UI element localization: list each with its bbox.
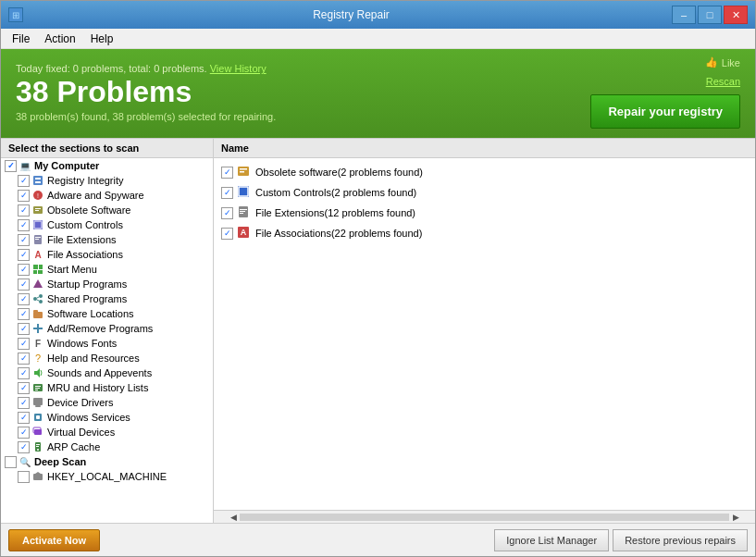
svg-rect-11 [35, 237, 41, 238]
svg-text:!: ! [37, 192, 39, 199]
checkbox-custom-controls[interactable] [18, 219, 30, 231]
svg-rect-1 [35, 178, 41, 179]
checkbox-obsolete-software[interactable] [18, 204, 30, 217]
sidebar-label-arp-cache: ARP Cache [47, 441, 100, 452]
svg-rect-2 [35, 181, 41, 183]
sidebar-scroll[interactable]: 💻 My Computer Registry Integrity ! [1, 158, 213, 523]
checkbox-content-file-ext[interactable] [221, 207, 233, 219]
checkbox-add-remove-programs[interactable] [18, 323, 30, 335]
deep-scan-icon: 🔍 [19, 455, 31, 468]
sidebar-item-file-associations[interactable]: A File Associations [1, 247, 213, 262]
sidebar-item-shared-programs[interactable]: Shared Programs [1, 291, 213, 306]
checkbox-deep-scan[interactable] [5, 456, 17, 468]
sidebar-label-my-computer: My Computer [34, 160, 99, 171]
sidebar-item-start-menu[interactable]: Start Menu [1, 262, 213, 277]
sidebar-item-software-locations[interactable]: Software Locations [1, 306, 213, 321]
sidebar-item-custom-controls[interactable]: Custom Controls [1, 217, 213, 232]
header-sub-text: 38 problem(s) found, 38 problem(s) selec… [16, 111, 276, 122]
checkbox-start-menu[interactable] [18, 264, 30, 276]
checkbox-content-obsolete[interactable] [221, 167, 233, 179]
sidebar-item-virtual-devices[interactable]: Virtual Devices [1, 425, 213, 439]
ignore-list-button[interactable]: Ignore List Manager [494, 529, 609, 551]
window-controls: – □ ✕ [672, 6, 748, 24]
sidebar-item-my-computer[interactable]: 💻 My Computer [1, 158, 213, 173]
close-button[interactable]: ✕ [724, 6, 748, 24]
sidebar-item-deep-scan[interactable]: 🔍 Deep Scan [1, 454, 213, 469]
sidebar-item-arp-cache[interactable]: ARP Cache [1, 439, 213, 454]
footer: Activate Now Ignore List Manager Restore… [1, 523, 755, 556]
scroll-right-arrow[interactable]: ▶ [729, 513, 742, 522]
checkbox-virtual-devices[interactable] [18, 427, 30, 439]
menu-help[interactable]: Help [83, 31, 121, 47]
content-area: Name Obsolete software(2 problems found) [214, 139, 755, 523]
svg-rect-6 [35, 208, 41, 209]
sidebar-item-device-drivers[interactable]: Device Drivers [1, 395, 213, 410]
restore-repairs-button[interactable]: Restore previous repairs [613, 529, 748, 551]
sidebar-item-obsolete-software[interactable]: Obsolete Software [1, 203, 213, 217]
checkbox-help-resources[interactable] [18, 353, 30, 365]
sidebar-item-add-remove-programs[interactable]: Add/Remove Programs [1, 321, 213, 336]
sidebar-item-windows-fonts[interactable]: F Windows Fonts [1, 336, 213, 351]
sidebar-item-file-extensions[interactable]: File Extensions [1, 232, 213, 247]
sidebar-item-registry-integrity[interactable]: Registry Integrity [1, 173, 213, 188]
header-today-text: Today fixed: 0 problems, total: 0 proble… [16, 63, 276, 74]
checkbox-hklm[interactable] [18, 471, 30, 483]
content-label-file-ext: File Extensions(12 problems found) [255, 207, 415, 218]
svg-rect-42 [33, 474, 43, 480]
activate-button[interactable]: Activate Now [8, 529, 100, 551]
content-item-file-assoc[interactable]: A File Associations(22 problems found) [217, 223, 751, 243]
sidebar-label-software-locations: Software Locations [47, 308, 134, 319]
checkbox-shared-programs[interactable] [18, 293, 30, 305]
content-label-obsolete: Obsolete software(2 problems found) [255, 167, 423, 178]
checkbox-adware-spyware[interactable] [18, 190, 30, 202]
repair-button[interactable]: Repair your registry [590, 94, 740, 129]
rescan-link[interactable]: Rescan [706, 76, 740, 87]
sidebar-item-sounds-appevents[interactable]: Sounds and Appevents [1, 365, 213, 380]
menu-file[interactable]: File [5, 31, 37, 47]
checkbox-windows-services[interactable] [18, 412, 30, 424]
checkbox-sounds-appevents[interactable] [18, 367, 30, 379]
custom-controls-icon [31, 218, 44, 231]
scroll-left-arrow[interactable]: ◀ [227, 513, 240, 522]
content-item-custom[interactable]: Custom Controls(2 problems found) [217, 182, 751, 203]
content-item-obsolete[interactable]: Obsolete software(2 problems found) [217, 162, 751, 182]
scroll-track[interactable] [240, 514, 729, 521]
svg-marker-27 [34, 368, 40, 378]
sidebar-item-mru-history[interactable]: MRU and History Lists [1, 380, 213, 395]
checkbox-device-drivers[interactable] [18, 397, 30, 409]
maximize-button[interactable]: □ [698, 6, 722, 24]
menu-action[interactable]: Action [37, 31, 82, 47]
checkbox-file-extensions[interactable] [18, 234, 30, 246]
sounds-appevents-icon [31, 366, 44, 379]
sidebar-label-file-extensions: File Extensions [47, 234, 117, 245]
svg-line-21 [37, 297, 39, 298]
help-resources-icon: ? [31, 352, 44, 365]
checkbox-content-file-assoc[interactable] [221, 228, 233, 240]
view-history-link[interactable]: View History [210, 63, 266, 74]
like-label[interactable]: Like [722, 57, 740, 68]
checkbox-windows-fonts[interactable] [18, 338, 30, 350]
checkbox-arp-cache[interactable] [18, 441, 30, 453]
horizontal-scrollbar[interactable]: ◀ ▶ [214, 510, 755, 523]
checkbox-registry-integrity[interactable] [18, 175, 30, 187]
checkbox-startup-programs[interactable] [18, 278, 30, 291]
content-item-file-ext[interactable]: File Extensions(12 problems found) [217, 203, 751, 223]
minimize-button[interactable]: – [672, 6, 696, 24]
sidebar: Select the sections to scan 💻 My Compute… [1, 139, 214, 523]
svg-rect-0 [33, 176, 43, 185]
sidebar-item-hklm[interactable]: HKEY_LOCAL_MACHINE [1, 469, 213, 484]
svg-rect-30 [35, 388, 40, 389]
sidebar-item-windows-services[interactable]: Windows Services [1, 410, 213, 425]
checkbox-content-custom[interactable] [221, 187, 233, 199]
sidebar-item-help-resources[interactable]: ? Help and Resources [1, 351, 213, 365]
checkbox-mru-history[interactable] [18, 382, 30, 394]
sidebar-label-registry-integrity: Registry Integrity [47, 175, 124, 186]
checkbox-my-computer[interactable] [5, 160, 17, 172]
checkbox-software-locations[interactable] [18, 308, 30, 320]
sidebar-item-startup-programs[interactable]: Startup Programs [1, 277, 213, 291]
sidebar-item-adware-spyware[interactable]: ! Adware and Spyware [1, 188, 213, 203]
sidebar-label-adware-spyware: Adware and Spyware [47, 190, 144, 201]
menu-bar: File Action Help [1, 29, 755, 49]
checkbox-file-associations[interactable] [18, 249, 30, 261]
file-extensions-icon [31, 233, 44, 246]
